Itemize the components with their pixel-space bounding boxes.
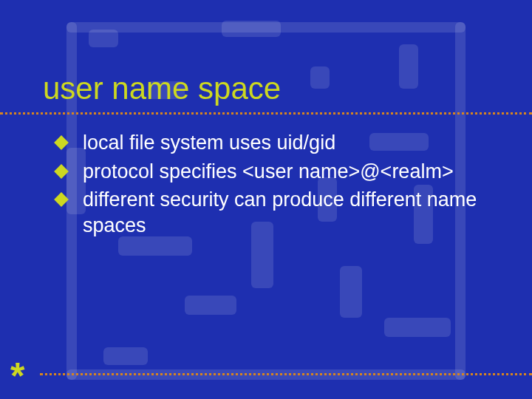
divider-bottom (40, 373, 532, 375)
bullet-item: protocol specifies <user name>@<realm> (56, 159, 502, 185)
bullet-text: different security can produce different… (83, 188, 477, 236)
bullet-item: local file system uses uid/gid (56, 130, 502, 156)
divider-top (0, 112, 532, 115)
bullet-text: local file system uses uid/gid (83, 132, 335, 154)
diamond-icon (54, 164, 69, 179)
slide-title: user name space (43, 71, 281, 106)
diamond-icon (54, 192, 69, 207)
slide: user name space local file system uses u… (0, 0, 532, 399)
bullet-list: local file system uses uid/gid protocol … (56, 130, 502, 241)
bullet-item: different security can produce different… (56, 187, 502, 238)
asterisk-icon: * (10, 358, 24, 395)
diamond-icon (54, 135, 69, 150)
bullet-text: protocol specifies <user name>@<realm> (83, 160, 454, 183)
